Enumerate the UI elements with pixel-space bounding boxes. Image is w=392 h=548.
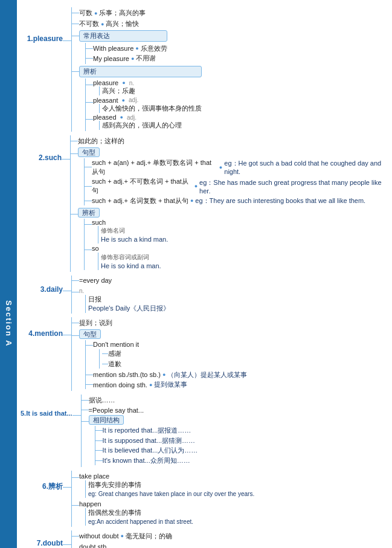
topic-7: 7.doubt without doubt ● 毫无疑问；的确 doubt st… [19,530,390,549]
t1-bukeshuo-zh: 高兴；愉快 [106,19,139,28]
t1-keshuo-zh: 乐事；高兴的事 [99,8,146,18]
t1-bianxi-label: 辨析 [79,66,202,77]
topic-5: 5.It is said that... 据说…… =People say th… [19,395,390,467]
topic-4: 4.mention 提到；说到 句型 [19,317,390,391]
topic-6: 6.辨析 take place 指事先安排的事情 eg: Great chang… [19,471,390,527]
topic-5-num: 5.It is said that... [21,410,72,417]
section-label-text: Section A [4,300,13,347]
topic-4-num: 4.mention [21,329,63,338]
mind-map: 1.pleasure 可数 ● 乐事；高兴的事 不可数 ● [17,0,392,548]
topic-3: 3.daily =every day n. 日报 Peo [19,276,390,314]
t1-changyong-label: 常用表达 [79,30,167,42]
topic-7-num: 7.doubt [21,539,63,547]
t1-changyong: 常用表达 With pleasure ● 乐意效劳 [72,30,202,64]
t1-bianxi: 辨析 pleasure ● n. [72,66,202,131]
page-wrapper: Section A 1.pleasure 可数 ● 乐事；高兴的事 [0,0,392,548]
topic-6-num: 6.辨析 [21,482,63,492]
t1-expr1-zh: 乐意效劳 [141,44,167,53]
t1-row1: 可数 ● 乐事；高兴的事 [72,8,202,18]
t1-expr2-zh: 不用谢 [136,54,156,63]
t1-bukeshuo: 不可数 [79,19,99,28]
topic-3-num: 3.daily [21,285,63,294]
topic-2-num: 2.such [19,153,62,162]
topic-1: 1.pleasure 可数 ● 乐事；高兴的事 不可数 ● [19,7,390,132]
t1-keshuo: 可数 [79,8,92,18]
t1-expr1: With pleasure [93,45,133,52]
section-label: Section A [0,0,17,548]
t1-expr2: My pleasure [93,55,129,62]
topic-1-num: 1.pleasure [21,34,63,43]
topic-2: 2.such 如此的；这样的 句型 [19,135,390,272]
t1-row2: 不可数 ● 高兴；愉快 [72,19,202,28]
